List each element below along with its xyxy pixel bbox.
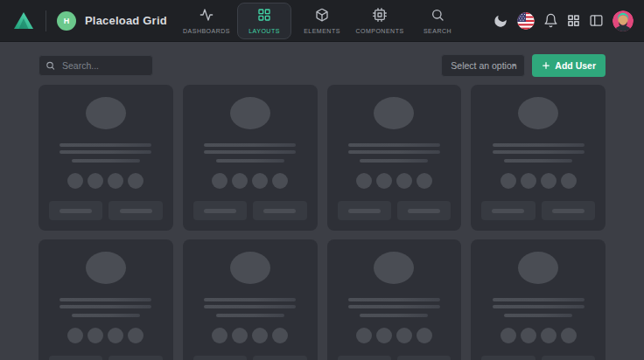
text-line-placeholder bbox=[204, 305, 296, 308]
text-line-placeholder bbox=[216, 314, 284, 317]
text-line-placeholder bbox=[72, 159, 140, 163]
nav-item-search[interactable]: SEARCH bbox=[410, 3, 465, 39]
search-box bbox=[38, 55, 153, 76]
text-line-placeholder bbox=[493, 298, 584, 301]
box-icon bbox=[315, 8, 329, 25]
dot-placeholder bbox=[396, 173, 412, 189]
apps-icon[interactable] bbox=[567, 14, 580, 27]
main-nav: DASHBOARDS LAYOUTS ELEMENTS COMPONENTS S… bbox=[179, 0, 465, 42]
bell-icon[interactable] bbox=[543, 13, 558, 28]
dot-placeholder bbox=[212, 173, 228, 189]
dot-placeholder bbox=[128, 328, 144, 343]
avatar-placeholder bbox=[230, 252, 270, 284]
avatar-placeholder bbox=[518, 97, 558, 129]
text-line-placeholder bbox=[348, 143, 440, 147]
dots-placeholder-row bbox=[67, 173, 144, 189]
dot-placeholder bbox=[88, 328, 103, 343]
button-placeholder bbox=[193, 201, 247, 220]
page-title: Placeload Grid bbox=[85, 14, 167, 27]
dot-placeholder bbox=[561, 173, 577, 189]
option-select[interactable]: Select an option bbox=[441, 54, 525, 77]
dot-placeholder bbox=[356, 173, 372, 189]
dot-placeholder bbox=[521, 328, 536, 343]
card-grid bbox=[38, 85, 606, 360]
navbar: H Placeload Grid DASHBOARDS LAYOUTS ELEM… bbox=[0, 0, 644, 42]
text-line-placeholder bbox=[493, 305, 584, 308]
button-placeholder bbox=[481, 356, 535, 360]
text-line-placeholder bbox=[493, 143, 584, 147]
button-placeholder bbox=[108, 356, 162, 360]
chevron-down-icon bbox=[510, 62, 518, 70]
dot-placeholder bbox=[521, 173, 536, 189]
dot-placeholder bbox=[356, 328, 372, 343]
placeholder-card bbox=[183, 239, 318, 360]
buttons-placeholder-row bbox=[49, 356, 163, 360]
nav-label: ELEMENTS bbox=[304, 28, 340, 34]
placeholder-card bbox=[38, 85, 173, 231]
buttons-placeholder-row bbox=[338, 356, 452, 360]
dot-placeholder bbox=[272, 328, 288, 343]
navbar-right bbox=[493, 10, 634, 31]
grid-icon bbox=[257, 8, 271, 25]
dot-placeholder bbox=[396, 328, 412, 343]
text-line-placeholder bbox=[60, 143, 151, 147]
dots-placeholder-row bbox=[356, 328, 432, 343]
dot-placeholder bbox=[88, 173, 103, 189]
dot-placeholder bbox=[108, 173, 123, 189]
button-placeholder bbox=[397, 356, 451, 360]
buttons-placeholder-row bbox=[193, 201, 307, 220]
toolbar-right: Select an option Add User bbox=[441, 54, 606, 77]
cpu-icon bbox=[373, 8, 387, 25]
text-line-placeholder bbox=[60, 150, 151, 154]
nav-item-layouts[interactable]: LAYOUTS bbox=[237, 3, 291, 39]
avatar-placeholder bbox=[86, 97, 126, 129]
app-logo-icon[interactable] bbox=[12, 10, 35, 32]
us-flag-icon[interactable] bbox=[517, 12, 535, 30]
dot-placeholder bbox=[128, 173, 144, 189]
dot-placeholder bbox=[541, 173, 556, 189]
dots-placeholder-row bbox=[212, 328, 288, 343]
text-line-placeholder bbox=[60, 298, 151, 301]
plus-icon bbox=[542, 61, 550, 70]
text-line-placeholder bbox=[493, 150, 584, 154]
avatar[interactable] bbox=[612, 10, 634, 31]
text-line-placeholder bbox=[348, 305, 440, 308]
brand-badge: H bbox=[57, 11, 76, 31]
sidebar-toggle-icon[interactable] bbox=[589, 13, 604, 28]
buttons-placeholder-row bbox=[481, 356, 595, 360]
nav-label: DASHBOARDS bbox=[183, 28, 230, 34]
moon-icon[interactable] bbox=[491, 10, 510, 30]
nav-label: LAYOUTS bbox=[248, 28, 280, 34]
avatar-placeholder bbox=[230, 97, 270, 129]
text-line-placeholder bbox=[204, 150, 296, 154]
placeholder-card bbox=[327, 239, 462, 360]
button-placeholder bbox=[49, 356, 102, 360]
button-placeholder bbox=[108, 201, 162, 220]
button-placeholder bbox=[397, 201, 451, 220]
text-line-placeholder bbox=[504, 159, 572, 163]
select-value: Select an option bbox=[451, 60, 516, 71]
nav-item-elements[interactable]: ELEMENTS bbox=[295, 3, 349, 39]
text-line-placeholder bbox=[360, 159, 428, 163]
nav-item-components[interactable]: COMPONENTS bbox=[353, 3, 407, 39]
nav-item-dashboards[interactable]: DASHBOARDS bbox=[179, 3, 234, 39]
button-placeholder bbox=[193, 356, 247, 360]
text-line-placeholder bbox=[348, 150, 440, 154]
button-placeholder bbox=[542, 356, 595, 360]
toolbar: Select an option Add User bbox=[0, 42, 644, 77]
add-user-button[interactable]: Add User bbox=[532, 54, 606, 77]
avatar-placeholder bbox=[86, 252, 126, 284]
button-bar-placeholder bbox=[120, 209, 152, 213]
dot-placeholder bbox=[67, 328, 83, 343]
dot-placeholder bbox=[232, 328, 248, 343]
button-placeholder bbox=[253, 356, 306, 360]
search-input[interactable] bbox=[38, 55, 153, 76]
placeholder-card bbox=[183, 85, 318, 231]
dot-placeholder bbox=[252, 328, 268, 343]
placeholder-card bbox=[327, 85, 462, 231]
avatar-placeholder bbox=[518, 252, 558, 284]
buttons-placeholder-row bbox=[481, 201, 595, 220]
dots-placeholder-row bbox=[500, 328, 577, 343]
dots-placeholder-row bbox=[500, 173, 577, 189]
text-line-placeholder bbox=[360, 314, 428, 317]
